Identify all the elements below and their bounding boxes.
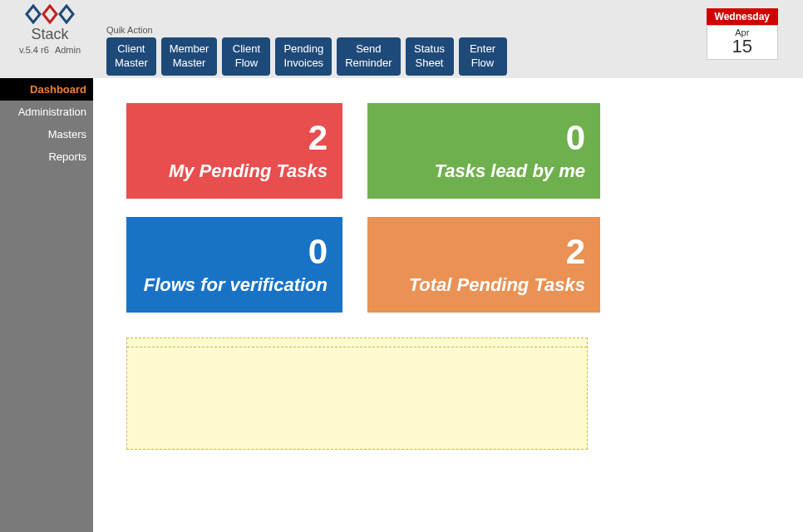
card-flows-verification[interactable]: 0 Flows for verification	[126, 217, 342, 313]
card-tasks-lead[interactable]: 0 Tasks lead by me	[367, 103, 600, 199]
pending-invoices-button[interactable]: PendingInvoices	[275, 37, 332, 76]
sidebar-item-administration[interactable]: Administration	[0, 101, 93, 123]
sidebar-item-reports[interactable]: Reports	[0, 145, 93, 168]
card-my-pending-tasks[interactable]: 2 My Pending Tasks	[126, 103, 342, 199]
sidebar-item-dashboard[interactable]: Dashboard	[0, 78, 93, 101]
sidebar: Dashboard Administration Masters Reports	[0, 78, 93, 532]
card-label: My Pending Tasks	[141, 160, 328, 182]
date-day-name: Wednesday	[707, 8, 778, 25]
main: Dashboard Administration Masters Reports…	[0, 78, 803, 532]
date-widget: Wednesday Apr 15	[707, 8, 778, 60]
card-label: Flows for verification	[141, 274, 328, 296]
version-info: v.5.4 r6 Admin	[8, 45, 91, 55]
enter-flow-button[interactable]: EnterFlow	[459, 37, 507, 76]
client-master-button[interactable]: ClientMaster	[106, 37, 156, 76]
action-buttons: ClientMaster MemberMaster ClientFlow Pen…	[106, 37, 507, 76]
role-text: Admin	[55, 45, 81, 55]
card-label: Tasks lead by me	[382, 160, 585, 182]
date-body: Apr 15	[707, 25, 778, 60]
card-value: 0	[141, 234, 328, 269]
app-name: Stack	[8, 26, 91, 43]
quick-action-area: Quik Action ClientMaster MemberMaster Cl…	[106, 25, 507, 76]
send-reminder-button[interactable]: SendReminder	[337, 37, 400, 76]
content: 2 My Pending Tasks 0 Tasks lead by me 0 …	[93, 78, 803, 532]
card-value: 2	[141, 121, 328, 155]
date-day-num: 15	[719, 37, 766, 56]
notes-area[interactable]	[126, 337, 588, 450]
logo-area: Stack v.5.4 r6 Admin	[8, 4, 91, 55]
sidebar-item-masters[interactable]: Masters	[0, 123, 93, 145]
card-total-pending[interactable]: 2 Total Pending Tasks	[367, 217, 600, 313]
card-value: 2	[382, 234, 585, 269]
quick-action-label: Quik Action	[106, 25, 507, 35]
version-text: v.5.4 r6	[19, 45, 49, 55]
status-sheet-button[interactable]: StatusSheet	[406, 37, 454, 76]
notes-inner	[127, 347, 587, 442]
logo-icon	[8, 4, 91, 24]
card-value: 0	[382, 121, 585, 155]
client-flow-button[interactable]: ClientFlow	[222, 37, 270, 76]
header: Stack v.5.4 r6 Admin Quik Action ClientM…	[0, 0, 803, 78]
card-label: Total Pending Tasks	[382, 274, 585, 296]
member-master-button[interactable]: MemberMaster	[161, 37, 218, 76]
dashboard-cards: 2 My Pending Tasks 0 Tasks lead by me 0 …	[126, 103, 770, 313]
